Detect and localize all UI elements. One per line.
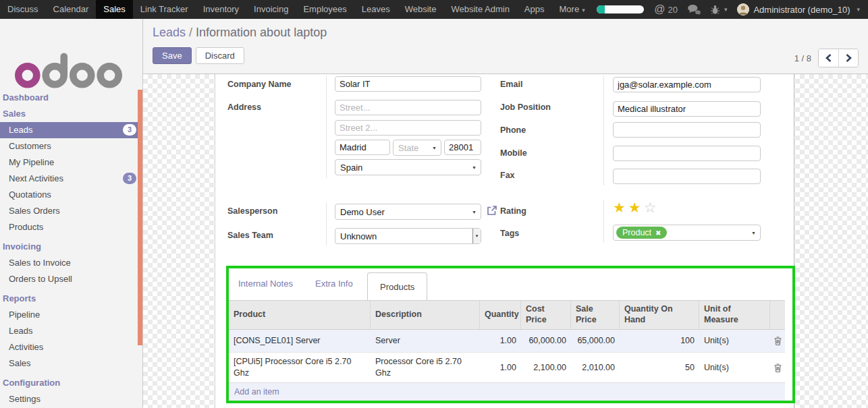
sidebar-heading-invoicing[interactable]: Invoicing: [0, 239, 142, 255]
sidebar-item-leads[interactable]: Leads 3: [0, 122, 142, 138]
city-field[interactable]: [335, 140, 390, 155]
tab-internal-notes[interactable]: Internal Notes: [238, 268, 293, 299]
sales-team-select[interactable]: Unknown ▼: [335, 228, 481, 244]
nav-leaves[interactable]: Leaves: [354, 0, 398, 19]
bug-icon: [711, 5, 720, 15]
control-panel: Leads/Information about laptop Save Disc…: [143, 19, 868, 74]
fax-label: Fax: [500, 171, 515, 180]
sidebar-scrollbar-thumb[interactable]: [138, 90, 142, 345]
nav-discuss[interactable]: Discuss: [0, 0, 46, 19]
sidebar-item-products[interactable]: Products: [0, 219, 142, 235]
loading-progress-bar: [597, 5, 644, 13]
discard-button[interactable]: Discard: [196, 47, 244, 64]
sidebar-item-sales-orders[interactable]: Sales Orders: [0, 203, 142, 219]
nav-invoicing[interactable]: Invoicing: [246, 0, 296, 19]
country-select[interactable]: Spain ▼: [335, 159, 481, 175]
job-position-field[interactable]: [613, 101, 761, 117]
pager-previous-button[interactable]: [819, 49, 838, 67]
add-an-item-link[interactable]: Add an item: [229, 382, 785, 401]
tag-product: Product ✖: [616, 227, 667, 239]
user-name: Administrator (demo_10): [753, 5, 850, 15]
delete-row-button[interactable]: [770, 337, 785, 345]
nav-link-tracker[interactable]: Link Tracker: [133, 0, 196, 19]
delete-row-button[interactable]: [770, 363, 785, 372]
nav-sales[interactable]: Sales: [96, 0, 133, 19]
messages-button[interactable]: [688, 5, 701, 15]
state-select[interactable]: State ▼: [393, 140, 441, 156]
open-salesperson-button[interactable]: [487, 205, 497, 218]
top-navbar: Discuss Calendar Sales Link Tracker Inve…: [0, 0, 868, 19]
mobile-field[interactable]: [613, 146, 761, 161]
sidebar-heading-reports[interactable]: Reports: [0, 291, 142, 307]
salesperson-select[interactable]: Demo User ▼: [335, 204, 481, 220]
trash-icon: [774, 363, 782, 372]
group-divider: [603, 76, 604, 185]
sidebar-item-settings[interactable]: Settings: [0, 391, 142, 407]
sidebar-item-sales-report[interactable]: Sales: [0, 355, 142, 372]
table-row[interactable]: [CONS_DEL01] Server Server 1.00 60,000.0…: [229, 330, 785, 352]
mention-counter[interactable]: @ 20: [654, 3, 678, 16]
company-name-field[interactable]: [335, 76, 481, 92]
sidebar-item-leads-report[interactable]: Leads: [0, 323, 142, 339]
nav-apps[interactable]: Apps: [517, 0, 552, 19]
column-header-product[interactable]: Product: [229, 301, 371, 329]
breadcrumb-leads-link[interactable]: Leads: [153, 26, 186, 39]
sidebar-item-orders-to-upsell[interactable]: Orders to Upsell: [0, 271, 142, 287]
tab-extra-info[interactable]: Extra Info: [315, 268, 353, 299]
chevron-down-icon: ▾: [724, 6, 728, 13]
column-header-sale-price[interactable]: Sale Price: [571, 301, 620, 329]
notebook-tabs: Internal Notes Extra Info Products: [229, 268, 792, 300]
sidebar-item-quotations[interactable]: Quotations: [0, 187, 142, 203]
rating-star-filled[interactable]: ★: [613, 200, 628, 216]
sales-team-label: Sales Team: [227, 231, 273, 240]
remove-tag-icon[interactable]: ✖: [655, 229, 661, 237]
debug-menu-button[interactable]: ▾: [711, 5, 728, 15]
progress-fill: [597, 5, 605, 13]
address-label: Address: [227, 103, 261, 112]
sidebar-menu: Dashboard Sales Leads 3 Customers My Pip…: [0, 90, 142, 407]
pager-next-button[interactable]: [838, 49, 858, 67]
tags-select[interactable]: Product ✖ ▼: [613, 225, 761, 241]
column-header-quantity[interactable]: Quantity: [480, 301, 521, 329]
email-field[interactable]: [613, 77, 761, 92]
street2-field[interactable]: [335, 120, 481, 136]
chevron-down-icon: ▼: [751, 231, 760, 235]
table-row[interactable]: [CPUi5] Processor Core i5 2.70 Ghz Proce…: [229, 352, 785, 382]
rating-label: Rating: [500, 206, 526, 216]
nav-calendar[interactable]: Calendar: [46, 0, 97, 19]
phone-field[interactable]: [613, 122, 761, 138]
sidebar-heading-sales[interactable]: Sales: [0, 106, 142, 122]
cell-description: Processor Core i5 2.70 Ghz: [371, 356, 480, 379]
save-button[interactable]: Save: [153, 47, 192, 64]
column-header-qty-on-hand[interactable]: Quantity On Hand: [620, 301, 699, 329]
sidebar-item-activities-report[interactable]: Activities: [0, 339, 142, 355]
chevron-down-icon: ▾: [857, 6, 860, 13]
zip-field[interactable]: [444, 140, 481, 155]
avatar: [737, 3, 749, 16]
nav-more[interactable]: More▾: [552, 0, 593, 20]
sidebar-item-sales-to-invoice[interactable]: Sales to Invoice: [0, 255, 142, 271]
nav-inventory[interactable]: Inventory: [196, 0, 246, 19]
nav-employees[interactable]: Employees: [296, 0, 354, 19]
column-header-uom[interactable]: Unit of Measure: [699, 301, 770, 329]
sidebar-item-pipeline-report[interactable]: Pipeline: [0, 307, 142, 323]
rating-star-filled[interactable]: ★: [628, 200, 644, 216]
tab-products[interactable]: Products: [367, 272, 427, 300]
street-field[interactable]: [335, 100, 481, 115]
job-position-label: Job Position: [500, 103, 551, 112]
rating-star-empty[interactable]: ☆: [644, 200, 659, 216]
sidebar-heading-configuration[interactable]: Configuration: [0, 375, 142, 391]
sidebar-heading-dashboard[interactable]: Dashboard: [0, 90, 142, 106]
nav-website[interactable]: Website: [398, 0, 444, 19]
sidebar-item-customers[interactable]: Customers: [0, 138, 142, 154]
sidebar-item-my-pipeline[interactable]: My Pipeline: [0, 154, 142, 171]
nav-website-admin[interactable]: Website Admin: [443, 0, 516, 19]
fax-field[interactable]: [613, 169, 761, 184]
column-header-cost-price[interactable]: Cost Price: [521, 301, 571, 329]
cell-product: [CONS_DEL01] Server: [229, 335, 371, 347]
sidebar-item-next-activities[interactable]: Next Activities 3: [0, 171, 142, 187]
user-menu[interactable]: Administrator (demo_10) ▾: [737, 3, 860, 16]
column-header-description[interactable]: Description: [371, 301, 480, 329]
annotation-highlight-box: Internal Notes Extra Info Products Produ…: [226, 266, 795, 403]
column-header-actions: [770, 301, 785, 329]
